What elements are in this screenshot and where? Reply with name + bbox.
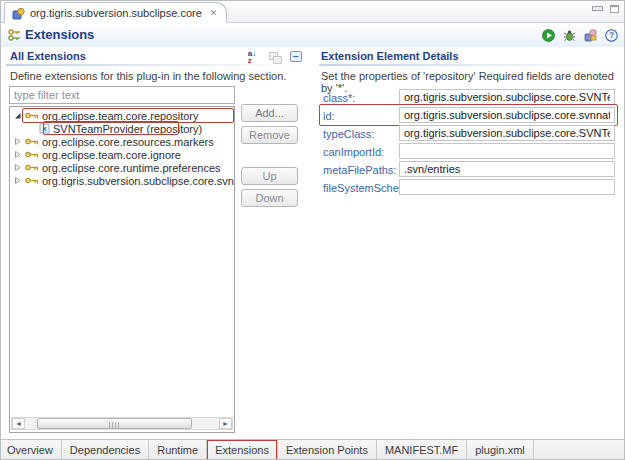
filesystemscheme-input[interactable] xyxy=(399,179,615,195)
tree-item-markers[interactable]: org.eclipse.core.resources.markers xyxy=(10,135,234,148)
collapsed-arrow-icon[interactable] xyxy=(13,163,23,172)
tab-overview[interactable]: Overview xyxy=(1,440,62,460)
expanded-arrow-icon[interactable] xyxy=(13,111,23,120)
class-input[interactable] xyxy=(399,89,615,105)
tree-item-label: org.eclipse.team.core.repository xyxy=(42,110,199,122)
filter-input[interactable] xyxy=(9,86,235,104)
section-underline xyxy=(319,64,619,66)
editor-tab[interactable]: org.tigris.subversion.subclipse.core ✕ xyxy=(4,2,227,23)
tree-item-svnpropertytypes[interactable]: org.tigris.subversion.subclipse.core.svn… xyxy=(10,174,234,187)
extensions-tree: org.eclipse.team.core.repository x SVNTe… xyxy=(9,106,235,433)
tree-item-label: org.eclipse.core.runtime.preferences xyxy=(42,162,221,174)
editor-tab-bar: org.tigris.subversion.subclipse.core ✕ xyxy=(1,1,625,23)
tree-item-repository[interactable]: org.eclipse.team.core.repository xyxy=(10,109,234,122)
tree-item-label: org.eclipse.core.resources.markers xyxy=(42,136,214,148)
tab-manifest-mf[interactable]: MANIFEST.MF xyxy=(377,440,467,460)
tab-plugin-xml[interactable]: plugin.xml xyxy=(467,440,534,460)
collapsed-arrow-icon[interactable] xyxy=(13,137,23,146)
scroll-right-icon[interactable]: ► xyxy=(219,418,232,429)
horizontal-scrollbar[interactable]: ◄ ► xyxy=(11,417,233,430)
tab-runtime[interactable]: Runtime xyxy=(149,440,207,460)
form-header: Extensions xyxy=(1,23,625,47)
window-buttons xyxy=(592,5,619,13)
sort-alphabetically-icon[interactable]: a↓z xyxy=(244,49,260,64)
up-button[interactable]: Up xyxy=(241,167,298,185)
tree-item-preferences[interactable]: org.eclipse.core.runtime.preferences xyxy=(10,161,234,174)
extension-point-icon xyxy=(25,150,39,159)
extension-point-icon xyxy=(25,137,39,146)
plugin-manifest-editor: org.tigris.subversion.subclipse.core ✕ E… xyxy=(0,0,625,460)
canimportid-label: canImportId: xyxy=(323,146,384,158)
svg-text:?: ? xyxy=(608,30,613,40)
tree-item-svnteamprovider[interactable]: x SVNTeamProvider (repository) xyxy=(10,122,234,135)
help-icon[interactable]: ? xyxy=(604,28,618,42)
show-full-names-icon[interactable] xyxy=(266,49,282,64)
details-title: Extension Element Details xyxy=(321,50,459,62)
scrollbar-track[interactable] xyxy=(25,418,219,429)
canimportid-input[interactable] xyxy=(399,143,615,159)
close-icon[interactable]: ✕ xyxy=(210,8,218,18)
typeclass-label[interactable]: typeClass: xyxy=(323,128,374,140)
editor-tab-title: org.tigris.subversion.subclipse.core xyxy=(30,7,202,19)
class-label[interactable]: class*: xyxy=(323,92,355,104)
extension-element-icon: x xyxy=(39,123,50,134)
plugin-icon xyxy=(12,7,25,20)
tab-extensions[interactable]: Extensions xyxy=(207,440,278,460)
export-plugin-icon[interactable] xyxy=(583,28,597,42)
extension-point-icon xyxy=(25,163,39,172)
extensions-icon xyxy=(8,28,23,42)
extension-point-icon xyxy=(25,176,39,185)
collapse-all-icon[interactable]: − xyxy=(288,49,304,64)
section-underline xyxy=(6,64,306,66)
tree-item-label: org.tigris.subversion.subclipse.core.svn… xyxy=(42,175,235,187)
run-icon[interactable] xyxy=(541,28,555,42)
id-label: id: xyxy=(323,110,335,122)
collapsed-arrow-icon[interactable] xyxy=(13,176,23,185)
tab-dependencies[interactable]: Dependencies xyxy=(62,440,149,460)
scrollbar-thumb[interactable] xyxy=(37,418,192,429)
tree-item-ignore[interactable]: org.eclipse.team.core.ignore xyxy=(10,148,234,161)
scroll-left-icon[interactable]: ◄ xyxy=(12,418,25,429)
maximize-icon[interactable] xyxy=(610,5,619,13)
id-input[interactable] xyxy=(399,107,615,123)
all-extensions-title: All Extensions xyxy=(10,50,86,62)
all-extensions-description: Define extensions for this plug-in in th… xyxy=(10,70,286,82)
tree-item-label: org.eclipse.team.core.ignore xyxy=(42,149,181,161)
tab-extension-points[interactable]: Extension Points xyxy=(278,440,377,460)
metafilepaths-label: metaFilePaths: xyxy=(323,164,396,176)
typeclass-input[interactable] xyxy=(399,125,615,141)
collapsed-arrow-icon[interactable] xyxy=(13,150,23,159)
page-title: Extensions xyxy=(25,27,94,42)
page-tab-bar: Overview Dependencies Runtime Extensions… xyxy=(1,439,625,460)
down-button[interactable]: Down xyxy=(241,189,298,207)
svg-text:x: x xyxy=(42,124,47,133)
extension-point-icon xyxy=(25,111,39,120)
debug-icon[interactable] xyxy=(562,28,576,42)
remove-button[interactable]: Remove xyxy=(241,126,298,144)
add-button[interactable]: Add... xyxy=(241,104,298,122)
metafilepaths-input[interactable] xyxy=(399,161,615,177)
tree-item-label: SVNTeamProvider (repository) xyxy=(53,123,202,135)
minimize-icon[interactable] xyxy=(592,5,602,13)
